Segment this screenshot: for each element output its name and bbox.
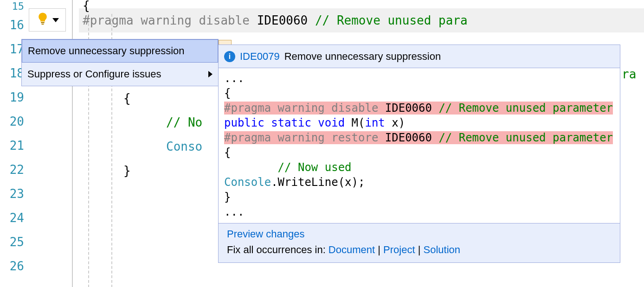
info-icon: i	[224, 51, 235, 62]
chevron-down-icon	[52, 18, 59, 22]
line-number: 20	[0, 109, 28, 134]
code-text[interactable]: // No	[166, 110, 202, 134]
chevron-right-icon	[208, 71, 213, 77]
line-number: 24	[0, 206, 28, 230]
removed-line: #pragma warning disable IDE0060 // Remov…	[224, 102, 613, 115]
line-number: 19	[0, 85, 28, 109]
fix-scope-project[interactable]: Project	[383, 244, 415, 255]
fix-scope-document[interactable]: Document	[328, 244, 375, 255]
preview-diff: ... { #pragma warning disable IDE0060 //…	[219, 68, 620, 223]
line-number: 25	[0, 230, 28, 254]
menu-item-label: Suppress or Configure issues	[27, 68, 161, 80]
code-editor: 15 16 17 18 19 20 21 22 23 24 25 26 { #p…	[0, 0, 644, 287]
fix-scope-label: Fix all occurrences in:	[227, 244, 328, 255]
code-text[interactable]: }	[123, 159, 131, 183]
removed-line: #pragma warning restore IDE0060 // Remov…	[224, 131, 613, 144]
lightbulb-icon	[36, 12, 50, 28]
preview-changes-link[interactable]: Preview changes	[227, 228, 305, 240]
svg-rect-1	[42, 24, 44, 25]
line-number: 22	[0, 158, 28, 182]
code-text[interactable]: #pragma warning disable IDE0060 // Remov…	[83, 8, 468, 32]
fix-scope-solution[interactable]: Solution	[424, 244, 461, 255]
line-number: 16	[0, 13, 28, 37]
quick-actions-menu: Remove unnecessary suppression Suppress …	[21, 39, 219, 86]
code-text[interactable]: Conso	[166, 134, 202, 159]
svg-rect-0	[41, 22, 45, 24]
code-text[interactable]: ra	[622, 62, 636, 86]
menu-item-remove-suppression[interactable]: Remove unnecessary suppression	[22, 39, 218, 63]
line-number: 23	[0, 182, 28, 206]
preview-header: i IDE0079 Remove unnecessary suppression	[219, 45, 620, 68]
menu-item-suppress-configure[interactable]: Suppress or Configure issues	[22, 63, 218, 86]
rule-id-link[interactable]: IDE0079	[240, 51, 280, 63]
code-fix-preview: i IDE0079 Remove unnecessary suppression…	[218, 45, 620, 263]
rule-title: Remove unnecessary suppression	[284, 51, 441, 63]
menu-item-label: Remove unnecessary suppression	[28, 45, 185, 57]
quick-actions-button[interactable]	[29, 8, 66, 32]
line-number: 21	[0, 134, 28, 158]
code-text[interactable]: {	[123, 86, 131, 110]
line-number: 15	[0, 0, 28, 13]
preview-footer: Preview changes Fix all occurrences in: …	[219, 223, 620, 262]
line-number: 26	[0, 254, 28, 278]
